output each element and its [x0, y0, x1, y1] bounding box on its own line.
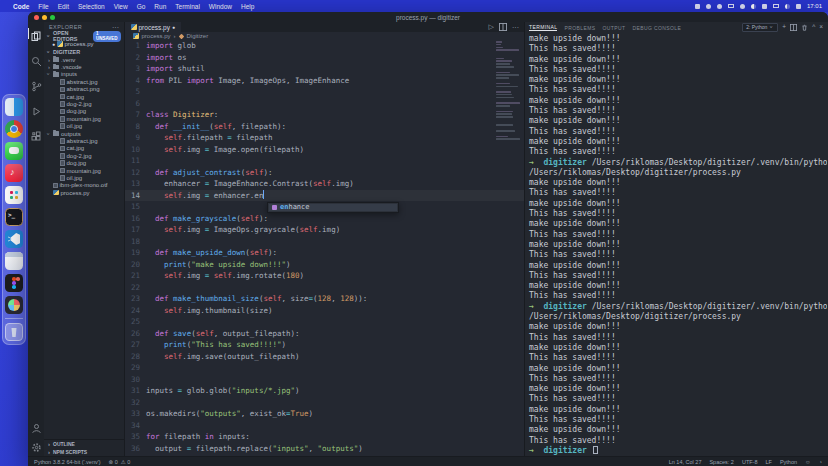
code-line-2[interactable]: 2import os [125, 52, 524, 64]
tree-item-oil.jpg[interactable]: oil.jpg [44, 123, 124, 130]
tree-item-dog.jpg[interactable]: dog.jpg [44, 159, 124, 166]
explorer-icon[interactable] [31, 28, 42, 39]
code-line-25[interactable]: 25 [125, 316, 524, 328]
python-interpreter-status[interactable]: Python 3.8.2 64-bit ('.venv') [34, 459, 101, 465]
tree-item-mountain.jpg[interactable]: mountain.jpg [44, 167, 124, 174]
tree-item-outputs[interactable]: ›outputs [44, 130, 124, 137]
slack-dock-icon[interactable] [5, 186, 23, 204]
chrome-dock-icon[interactable] [5, 120, 23, 138]
code-line-10[interactable]: 10 self.img = Image.open(filepath) [125, 144, 524, 156]
tab-process-py[interactable]: process.py ● [125, 22, 181, 32]
code-line-13[interactable]: 13 enhancer = ImageEnhance.Contrast(self… [125, 178, 524, 190]
app-status-icon[interactable] [740, 4, 745, 9]
feedback-smiley-icon[interactable]: ☺ [805, 459, 811, 465]
menu-terminal[interactable]: Terminal [175, 3, 200, 10]
split-editor-icon[interactable] [499, 23, 507, 31]
open-editors-section[interactable]: › OPEN EDITORS 1 UNSAVED [44, 32, 124, 40]
breadcrumb-symbol[interactable]: Digitizer [187, 33, 209, 39]
window-titlebar[interactable]: process.py — digitizer [28, 12, 828, 22]
problems-status[interactable]: ⊗ 0 ⚠ 0 [109, 459, 131, 465]
notifications-bell-icon[interactable]: ◔ [819, 459, 822, 465]
code-line-6[interactable]: 6 [125, 98, 524, 110]
battery-icon[interactable] [773, 4, 779, 8]
code-line-3[interactable]: 3import shutil [125, 63, 524, 75]
code-line-7[interactable]: 7class Digitizer: [125, 109, 524, 121]
code-line-19[interactable]: 19 def make_upside_down(self): [125, 247, 524, 259]
vscode-dock-icon[interactable] [5, 230, 23, 248]
tree-item-ibm-plex-mono.otf[interactable]: ibm-plex-mono.otf [44, 182, 124, 189]
control-center-icon[interactable] [796, 4, 801, 9]
tree-item-inputs[interactable]: ›inputs [44, 71, 124, 78]
bluetooth-icon[interactable] [762, 4, 767, 9]
menu-file[interactable]: File [38, 3, 48, 10]
code-line-30[interactable]: 30 [125, 374, 524, 386]
split-terminal-icon[interactable] [790, 24, 797, 31]
workspace-root-section[interactable]: › DIGITIZER [44, 48, 124, 56]
status-lf[interactable]: LF [766, 459, 772, 465]
code-line-24[interactable]: 24 self.img.thumbnail(size) [125, 305, 524, 317]
code-line-32[interactable]: 32 [125, 397, 524, 409]
breadcrumb-file[interactable]: process.py [142, 33, 171, 39]
music-dock-icon[interactable] [5, 164, 23, 182]
tree-item-oil.jpg[interactable]: oil.jpg [44, 174, 124, 181]
maximize-panel-icon[interactable]: ^ [812, 24, 815, 31]
code-line-28[interactable]: 28 self.img.save(output_filepath) [125, 351, 524, 363]
code-line-1[interactable]: 1import glob [125, 40, 524, 52]
display-icon[interactable] [728, 4, 734, 8]
status-spaces-2[interactable]: Spaces: 2 [709, 459, 733, 465]
menu-run[interactable]: Run [154, 3, 166, 10]
menubar-clock[interactable]: 17:01 [807, 3, 822, 9]
code-line-29[interactable]: 29 [125, 362, 524, 374]
code-line-27[interactable]: 27 print("This has saved!!!!") [125, 339, 524, 351]
terminal-tab-debug-console[interactable]: DEBUG CONSOLE [632, 24, 681, 31]
code-line-22[interactable]: 22 [125, 282, 524, 294]
tree-item-dog-2.jpg[interactable]: dog-2.jpg [44, 100, 124, 107]
code-line-26[interactable]: 26 def save(self, output_filepath): [125, 328, 524, 340]
code-line-17[interactable]: 17 self.img = ImageOps.grayscale(self.im… [125, 224, 524, 236]
sidebar-section-outline[interactable]: ›OUTLINE [44, 440, 124, 448]
code-line-18[interactable]: 18 [125, 236, 524, 248]
menu-window[interactable]: Window [209, 3, 232, 10]
record-icon[interactable] [717, 4, 722, 9]
tree-item-mountain.jpg[interactable]: mountain.jpg [44, 115, 124, 122]
wifi-icon[interactable] [785, 4, 790, 9]
tree-item-.venv[interactable]: ›.venv [44, 56, 124, 63]
tree-item-abstract.png[interactable]: abstract.png [44, 86, 124, 93]
close-panel-icon[interactable]: × [819, 24, 823, 31]
terminal-tab-terminal[interactable]: TERMINAL [529, 23, 557, 31]
breadcrumb[interactable]: process.py › Digitizer [125, 32, 524, 40]
shell-selector-dropdown[interactable]: 2: Python › [742, 23, 778, 32]
code-line-36[interactable]: 36 output = filepath.replace("inputs", "… [125, 443, 524, 455]
status-ln-14-col-27[interactable]: Ln 14, Col 27 [669, 459, 702, 465]
trash-dock-icon[interactable] [5, 323, 23, 341]
code-line-4[interactable]: 4from PIL import Image, ImageOps, ImageE… [125, 75, 524, 87]
tree-item-.vscode[interactable]: ›.vscode [44, 63, 124, 70]
moon-icon[interactable] [751, 4, 756, 9]
code-line-9[interactable]: 9 self.filepath = filepath [125, 132, 524, 144]
tree-item-dog-2.jpg[interactable]: dog-2.jpg [44, 152, 124, 159]
editor-more-actions-icon[interactable]: ··· [512, 24, 519, 31]
tree-item-cat.jpg[interactable]: cat.jpg [44, 93, 124, 100]
chat-icon[interactable] [706, 4, 711, 9]
code-line-14[interactable]: 14 self.img = enhancer.en [125, 190, 524, 202]
status-python[interactable]: Python [780, 459, 797, 465]
code-line-23[interactable]: 23 def make_thumbnail_size(self, size=(1… [125, 293, 524, 305]
code-line-20[interactable]: 20 print("make upside down!!!") [125, 259, 524, 271]
terminal-tab-problems[interactable]: PROBLEMS [564, 24, 595, 31]
extensions-icon[interactable] [31, 128, 42, 139]
tree-item-process.py[interactable]: process.py [44, 189, 124, 196]
tree-item-dog.jpg[interactable]: dog.jpg [44, 108, 124, 115]
tree-item-cat.jpg[interactable]: cat.jpg [44, 145, 124, 152]
menu-view[interactable]: View [114, 3, 128, 10]
menu-go[interactable]: Go [137, 3, 146, 10]
media-dock-icon[interactable] [5, 296, 23, 314]
menu-edit[interactable]: Edit [58, 3, 69, 10]
finder-dock-icon[interactable] [5, 98, 23, 116]
code-line-5[interactable]: 5 [125, 86, 524, 98]
search-icon[interactable] [31, 53, 42, 64]
code-line-21[interactable]: 21 self.img = self.img.rotate(180) [125, 270, 524, 282]
autocomplete-popup[interactable]: enhance [267, 202, 399, 213]
new-terminal-icon[interactable]: + [782, 24, 786, 31]
run-debug-icon[interactable] [31, 103, 42, 114]
notes-dock-icon[interactable] [5, 252, 23, 270]
